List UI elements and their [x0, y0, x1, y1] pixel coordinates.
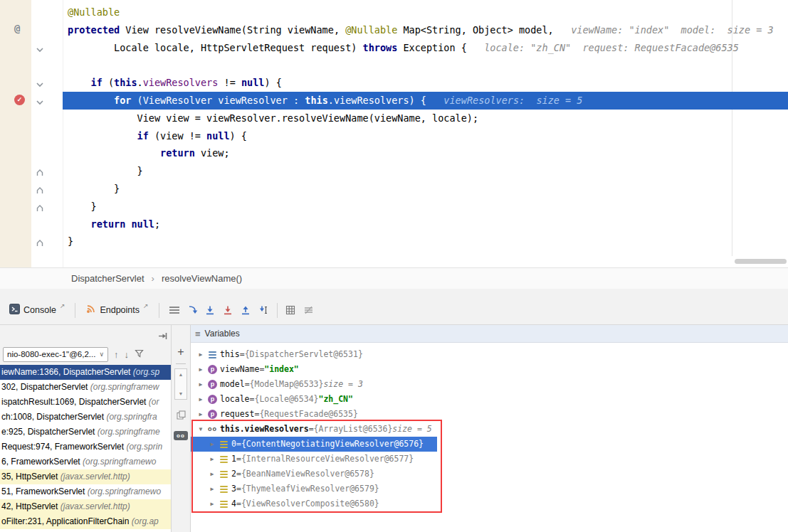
- frame-row[interactable]: 6, FrameworkServlet (org.springframewo: [0, 454, 171, 469]
- copy-stack-icon[interactable]: [177, 410, 186, 422]
- variables-panel-title: Variables: [205, 329, 240, 339]
- layout-menu-icon[interactable]: [166, 302, 184, 318]
- code-line: View view = viewResolver.resolveViewName…: [63, 110, 788, 127]
- step-out-icon[interactable]: [237, 302, 255, 318]
- breakpoint-hit-icon[interactable]: ✓: [14, 95, 25, 105]
- frame-row[interactable]: Request:974, FrameworkServlet (org.sprin: [0, 440, 171, 454]
- tab-console[interactable]: Console ↗: [6, 302, 68, 319]
- variable-row[interactable]: ▶pmodel = {ModelMap@6533} size = 3: [191, 377, 788, 392]
- variable-row[interactable]: ▶plocale = {Locale@6534} "zh_CN": [191, 392, 788, 407]
- code-line: if (this.viewResolvers != null) {: [63, 74, 788, 92]
- debug-bottom-area: nio-8080-exec-1"@6,2... ∨ ↑ ↓ iewName:13…: [0, 324, 788, 532]
- breadcrumb-method[interactable]: resolveViewName(): [162, 273, 242, 284]
- frame-row[interactable]: 42, HttpServlet (javax.servlet.http): [0, 499, 171, 514]
- toolbar-separator: [75, 303, 75, 318]
- fold-close-icon[interactable]: [36, 238, 44, 246]
- chevron-down-icon: ∨: [99, 351, 104, 358]
- step-over-icon[interactable]: [201, 302, 219, 318]
- annotation-gutter-icon: @: [14, 23, 20, 34]
- variable-row[interactable]: ▶3 = {ThymeleafViewResolver@6579}: [191, 482, 788, 496]
- next-frame-icon[interactable]: ↓: [125, 350, 130, 359]
- previous-frame-icon[interactable]: ↑: [114, 350, 119, 359]
- breadcrumb-class[interactable]: DispatcherServlet: [71, 273, 145, 284]
- parameter-icon: p: [208, 395, 217, 404]
- frame-row[interactable]: 51, FrameworkServlet (org.springframewo: [0, 484, 171, 499]
- scroll-spinner[interactable]: ▲ ▼: [174, 368, 187, 400]
- endpoints-icon: [85, 304, 96, 317]
- fold-close-icon[interactable]: [36, 167, 44, 176]
- show-execution-point-icon[interactable]: [184, 302, 201, 318]
- variable-row[interactable]: ▶2 = {BeanNameViewResolver@6578}: [191, 467, 788, 482]
- thread-selector-row: nio-8080-exec-1"@6,2... ∨ ↑ ↓: [0, 344, 171, 365]
- variable-row[interactable]: ▶1 = {InternalResourceViewResolver@6577}: [191, 452, 788, 467]
- chevron-right-icon[interactable]: ▶: [208, 467, 216, 482]
- chevron-right-icon[interactable]: ▶: [208, 437, 216, 452]
- view-breakpoints-icon[interactable]: [282, 302, 300, 318]
- chevron-right-icon[interactable]: ▶: [208, 452, 216, 467]
- frame-row[interactable]: ch:1008, DispatcherServlet (org.springfr…: [0, 410, 171, 425]
- array-element-icon: [219, 499, 228, 509]
- frame-row[interactable]: 302, DispatcherServlet (org.springframew: [0, 380, 171, 395]
- variable-row[interactable]: ▶this = {DispatcherServlet@6531}: [191, 347, 788, 362]
- chevron-down-icon[interactable]: ▼: [196, 422, 205, 437]
- chevron-right-icon[interactable]: ▶: [208, 482, 216, 496]
- force-step-into-icon[interactable]: [219, 302, 237, 318]
- ide-debug-window: @Nullableprotected View resolveViewName(…: [0, 0, 788, 532]
- fold-close-icon[interactable]: [36, 203, 44, 211]
- code-line: }: [63, 198, 788, 216]
- frame-row[interactable]: 35, HttpServlet (javax.servlet.http): [0, 469, 171, 484]
- run-to-cursor-icon[interactable]: [255, 302, 273, 318]
- thread-dropdown[interactable]: nio-8080-exec-1"@6,2... ∨: [3, 347, 108, 362]
- frames-list: iewName:1366, DispatcherServlet (org.sp3…: [0, 365, 171, 532]
- variable-row[interactable]: ▶prequest = {RequestFacade@6535}: [191, 407, 788, 422]
- variable-row[interactable]: ▼oothis.viewResolvers = {ArrayList@6536}…: [191, 422, 788, 437]
- debug-toolbar-icons: [166, 302, 317, 318]
- scroll-down-icon[interactable]: ▼: [179, 391, 184, 396]
- frame-row[interactable]: e:925, DispatcherServlet (org.springfram…: [0, 425, 171, 440]
- code-line: return view;: [63, 144, 788, 162]
- chevron-right-icon[interactable]: ▶: [196, 362, 205, 377]
- editor-gutter[interactable]: [0, 0, 31, 267]
- inline-watches-icon[interactable]: oo: [174, 431, 188, 440]
- frame-row[interactable]: iewName:1366, DispatcherServlet (org.sp: [0, 365, 171, 380]
- chevron-right-icon[interactable]: ▶: [208, 496, 216, 511]
- scroll-up-icon[interactable]: ▲: [179, 372, 184, 377]
- menu-icon[interactable]: ≡: [195, 329, 201, 339]
- frame-row[interactable]: ispatchResult:1069, DispatcherServlet (o…: [0, 395, 171, 410]
- breadcrumb: DispatcherServlet › resolveViewName(): [0, 267, 788, 289]
- array-element-icon: [219, 469, 228, 479]
- filter-frames-icon[interactable]: [135, 348, 144, 361]
- code-line: if (view != null) {: [63, 127, 788, 145]
- array-element-icon: [219, 440, 228, 449]
- variable-row[interactable]: ▶4 = {ViewResolverComposite@6580}: [191, 496, 788, 511]
- chevron-right-icon[interactable]: ▶: [196, 407, 205, 422]
- fold-open-icon[interactable]: [36, 44, 44, 53]
- chevron-right-icon[interactable]: ▶: [196, 347, 205, 362]
- chevron-right-icon[interactable]: ▶: [196, 392, 205, 407]
- add-watch-icon[interactable]: +: [177, 346, 184, 358]
- array-element-icon: [219, 454, 228, 464]
- variable-row[interactable]: ▶pviewName = "index": [191, 362, 788, 377]
- fold-close-icon[interactable]: [36, 185, 44, 193]
- hide-panel-icon[interactable]: [158, 330, 167, 343]
- fold-open-icon[interactable]: [36, 79, 44, 87]
- frames-panel-header: [0, 325, 171, 344]
- tab-endpoints[interactable]: Endpoints ↗: [82, 302, 152, 319]
- horizontal-scrollbar[interactable]: [735, 259, 787, 264]
- variable-row[interactable]: ▶0 = {ContentNegotiatingViewResolver@657…: [191, 437, 437, 452]
- code-line: return null;: [63, 216, 788, 233]
- console-icon: [9, 304, 20, 317]
- watch-icon: oo: [208, 425, 217, 434]
- code-line: Locale locale, HttpServletRequest reques…: [63, 39, 788, 57]
- code-lines: @Nullableprotected View resolveViewName(…: [63, 4, 788, 250]
- frames-panel: nio-8080-exec-1"@6,2... ∨ ↑ ↓ iewName:13…: [0, 325, 171, 532]
- code-line: }: [63, 180, 788, 198]
- chevron-right-icon[interactable]: ▶: [196, 377, 205, 392]
- fold-open-icon[interactable]: [36, 97, 44, 105]
- frame-row[interactable]: oFilter:231, ApplicationFilterChain (org…: [0, 514, 171, 529]
- mute-breakpoints-icon[interactable]: [300, 302, 317, 318]
- code-line: protected View resolveViewName(String vi…: [63, 21, 788, 39]
- debug-toolbar: Console ↗ Endpoints ↗: [0, 289, 788, 324]
- parameter-icon: p: [208, 410, 217, 419]
- code-line: }: [63, 233, 788, 250]
